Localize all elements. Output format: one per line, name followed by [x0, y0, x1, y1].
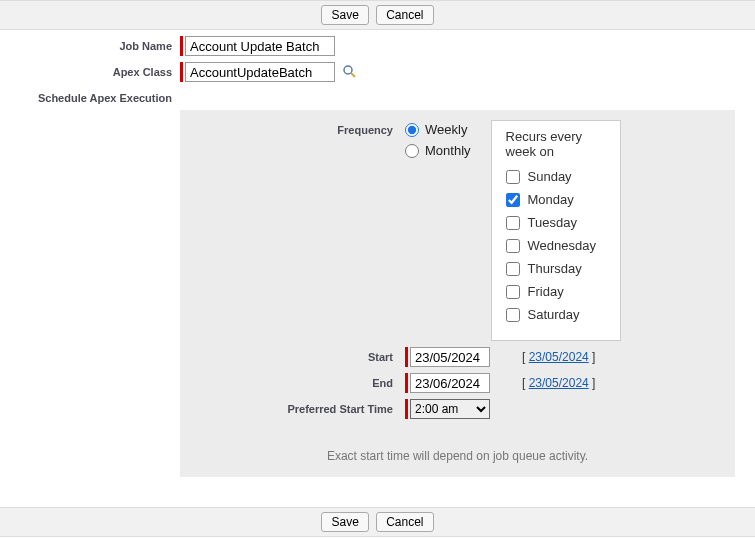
end-date-input[interactable] [410, 373, 490, 393]
day-label: Monday [528, 192, 574, 207]
required-indicator [405, 347, 408, 367]
label-apex-class: Apex Class [0, 62, 180, 78]
day-checkbox-label[interactable]: Tuesday [506, 215, 606, 230]
end-date-shortcut: [ 23/05/2024 ] [522, 376, 595, 390]
lookup-icon[interactable] [341, 63, 359, 81]
row-job-name: Job Name [0, 36, 755, 56]
day-checkbox-label[interactable]: Thursday [506, 261, 606, 276]
preferred-time-select[interactable]: 2:00 am [410, 399, 490, 419]
radio-weekly-text: Weekly [425, 122, 467, 137]
day-checkbox-label[interactable]: Monday [506, 192, 606, 207]
day-label: Friday [528, 284, 564, 299]
cancel-button[interactable]: Cancel [376, 512, 433, 532]
day-label: Wednesday [528, 238, 596, 253]
required-indicator [405, 399, 408, 419]
day-checkbox[interactable] [506, 239, 520, 253]
day-checkbox[interactable] [506, 285, 520, 299]
required-indicator [180, 36, 183, 56]
label-schedule-exec: Schedule Apex Execution [0, 88, 180, 104]
day-label: Saturday [528, 307, 580, 322]
radio-weekly[interactable] [405, 123, 419, 137]
day-checkbox[interactable] [506, 262, 520, 276]
required-indicator [180, 62, 183, 82]
recur-title: Recurs every week on [506, 129, 606, 159]
day-label: Tuesday [528, 215, 577, 230]
frequency-radios: Weekly Monthly [405, 120, 471, 164]
label-end: End [180, 373, 405, 389]
label-job-name: Job Name [0, 36, 180, 52]
svg-line-1 [351, 73, 355, 77]
end-date-link[interactable]: 23/05/2024 [529, 376, 589, 390]
start-date-input[interactable] [410, 347, 490, 367]
radio-monthly[interactable] [405, 144, 419, 158]
label-frequency: Frequency [180, 120, 405, 136]
day-checkbox[interactable] [506, 193, 520, 207]
bottom-button-bar: Save Cancel [0, 507, 755, 537]
schedule-panel: Frequency Weekly Monthly Recurs every we… [180, 110, 735, 477]
day-checkbox-label[interactable]: Saturday [506, 307, 606, 322]
required-indicator [405, 373, 408, 393]
form-area: Job Name Apex Class Schedule Apex Execut… [0, 30, 755, 477]
day-label: Sunday [528, 169, 572, 184]
save-button[interactable]: Save [321, 5, 368, 25]
row-pref-time: Preferred Start Time 2:00 am [180, 399, 735, 419]
row-start: Start [ 23/05/2024 ] [180, 347, 735, 367]
row-frequency: Frequency Weekly Monthly Recurs every we… [180, 120, 735, 341]
row-end: End [ 23/05/2024 ] [180, 373, 735, 393]
row-apex-class: Apex Class [0, 62, 755, 82]
day-checkbox-label[interactable]: Friday [506, 284, 606, 299]
day-checkbox[interactable] [506, 308, 520, 322]
day-label: Thursday [528, 261, 582, 276]
recur-box: Recurs every week on SundayMondayTuesday… [491, 120, 621, 341]
start-date-shortcut: [ 23/05/2024 ] [522, 350, 595, 364]
svg-point-0 [344, 66, 352, 74]
day-checkbox[interactable] [506, 170, 520, 184]
cancel-button[interactable]: Cancel [376, 5, 433, 25]
label-start: Start [180, 347, 405, 363]
label-pref-time: Preferred Start Time [180, 399, 405, 415]
day-checkbox-label[interactable]: Sunday [506, 169, 606, 184]
apex-class-input[interactable] [185, 62, 335, 82]
queue-note: Exact start time will depend on job queu… [180, 449, 735, 463]
day-checkbox[interactable] [506, 216, 520, 230]
radio-weekly-label[interactable]: Weekly [405, 122, 471, 137]
top-button-bar: Save Cancel [0, 0, 755, 30]
radio-monthly-label[interactable]: Monthly [405, 143, 471, 158]
day-checkbox-label[interactable]: Wednesday [506, 238, 606, 253]
radio-monthly-text: Monthly [425, 143, 471, 158]
save-button[interactable]: Save [321, 512, 368, 532]
start-date-link[interactable]: 23/05/2024 [529, 350, 589, 364]
job-name-input[interactable] [185, 36, 335, 56]
row-schedule-exec: Schedule Apex Execution [0, 88, 755, 104]
